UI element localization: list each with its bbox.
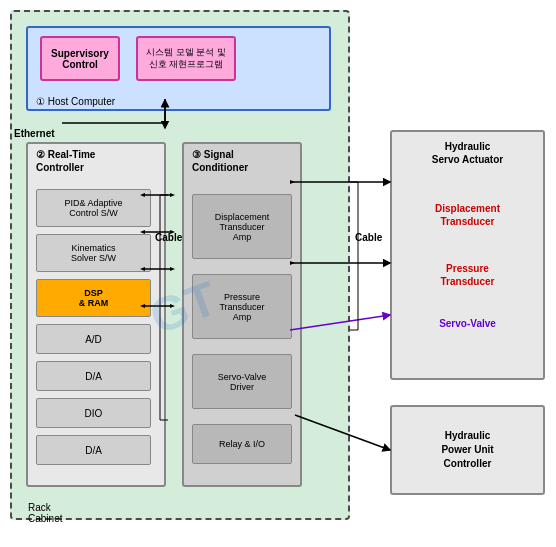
da2-label: D/A	[85, 445, 102, 456]
relay-label: Relay & I/O	[219, 439, 265, 449]
hsa-pressure: PressureTransducer	[392, 262, 543, 288]
diagram-container: SupervisoryControl 시스템 모델 분석 및신호 재현프로그램 …	[0, 0, 556, 547]
pid-label: PID& AdaptiveControl S/W	[64, 198, 122, 218]
dta-label: DisplacementTransducerAmp	[215, 212, 270, 242]
pta-box: PressureTransducerAmp	[192, 274, 292, 339]
da-box1: D/A	[36, 361, 151, 391]
korean-text-box: 시스템 모델 분석 및신호 재현프로그램	[136, 36, 236, 81]
dsp-label: DSP& RAM	[79, 288, 109, 308]
svd-label: Servo-ValveDriver	[218, 372, 266, 392]
svd-box: Servo-ValveDriver	[192, 354, 292, 409]
signal-conditioner: ③ SignalConditioner DisplacementTransduc…	[182, 142, 302, 487]
pta-label: PressureTransducerAmp	[219, 292, 264, 322]
hsa-servovalve: Servo-Valve	[392, 317, 543, 330]
ad-label: A/D	[85, 334, 102, 345]
pid-box: PID& AdaptiveControl S/W	[36, 189, 151, 227]
dio-box: DIO	[36, 398, 151, 428]
relay-box: Relay & I/O	[192, 424, 292, 464]
cable-label-left: Cable	[155, 232, 182, 243]
rack-cabinet: SupervisoryControl 시스템 모델 분석 및신호 재현프로그램 …	[10, 10, 350, 520]
host-computer-label: ① Host Computer	[36, 96, 115, 107]
dio-label: DIO	[85, 408, 103, 419]
hpu-box: HydraulicPower UnitController	[390, 405, 545, 495]
dta-box: DisplacementTransducerAmp	[192, 194, 292, 259]
hsa-title: HydraulicServo Actuator	[392, 140, 543, 166]
supervisory-control-label: SupervisoryControl	[51, 48, 109, 70]
host-computer-box: SupervisoryControl 시스템 모델 분석 및신호 재현프로그램 …	[26, 26, 331, 111]
kinematics-box: KinematicsSolver S/W	[36, 234, 151, 272]
da1-label: D/A	[85, 371, 102, 382]
ethernet-label: Ethernet	[14, 128, 55, 139]
hpu-title: HydraulicPower UnitController	[441, 429, 493, 471]
sc-label: ③ SignalConditioner	[192, 148, 248, 174]
cable-label-right: Cable	[355, 232, 382, 243]
korean-text-label: 시스템 모델 분석 및신호 재현프로그램	[146, 47, 226, 70]
rack-cabinet-label: RackCabinet	[28, 502, 62, 524]
ad-box: A/D	[36, 324, 151, 354]
dsp-box: DSP& RAM	[36, 279, 151, 317]
da-box2: D/A	[36, 435, 151, 465]
rtc-area: ② Real-TimeController PID& AdaptiveContr…	[26, 142, 166, 487]
hsa-displacement: DisplacementTransducer	[392, 202, 543, 228]
kinematics-label: KinematicsSolver S/W	[71, 243, 116, 263]
hsa-box: HydraulicServo Actuator DisplacementTran…	[390, 130, 545, 380]
rtc-label: ② Real-TimeController	[36, 148, 95, 174]
supervisory-control-box: SupervisoryControl	[40, 36, 120, 81]
